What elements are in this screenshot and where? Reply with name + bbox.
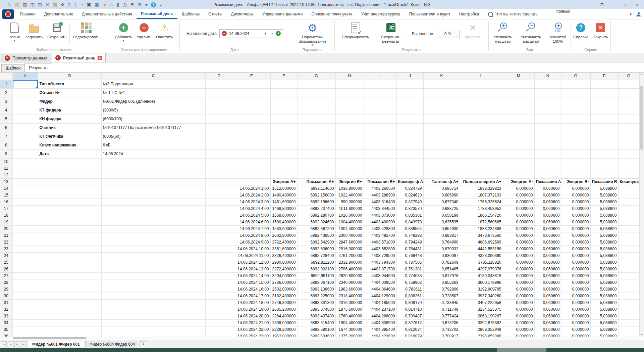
grid-cell[interactable] (364, 106, 396, 115)
grid-cell[interactable]: 14.06.2024 18:00 (233, 299, 270, 306)
grid-cell[interactable]: 0,060600 (534, 232, 561, 239)
grid-cell[interactable]: 6892,196600 (297, 199, 335, 205)
grid-cell[interactable] (205, 205, 233, 212)
grid-cell[interactable] (101, 313, 205, 319)
grid-cell[interactable]: 0,789487 (396, 313, 423, 319)
grid-cell[interactable] (561, 165, 590, 172)
grid-cell[interactable] (396, 97, 423, 106)
grid-cell[interactable]: 0,824729 (396, 185, 423, 192)
grid-cell[interactable] (233, 149, 270, 158)
grid-cell[interactable]: 14.06.2024 15:00 (233, 279, 270, 286)
grid-cell[interactable] (297, 141, 335, 149)
grid-cell[interactable]: 4403,652800 (364, 246, 396, 252)
row-header[interactable]: 11 (0, 165, 12, 172)
grid-cell[interactable]: 0,000000 (561, 279, 590, 286)
grid-cell[interactable] (12, 158, 38, 165)
grid-cell[interactable]: 0,060600 (534, 326, 561, 333)
grid-cell[interactable]: 1866,154720 (460, 212, 503, 219)
grid-cell[interactable]: 0,818879 (396, 333, 423, 337)
grid-cell[interactable] (618, 97, 639, 106)
grid-cell[interactable]: 0,827949 (396, 199, 423, 205)
grid-cell[interactable] (423, 123, 460, 132)
row-header[interactable]: 10 (0, 158, 12, 165)
vertical-scrollbar[interactable]: ▲ ▼ (639, 73, 644, 337)
load-button[interactable]: Загрузить (23, 20, 45, 40)
grid-cell[interactable] (12, 272, 38, 279)
grid-cell[interactable]: 0,823570 (396, 205, 423, 212)
grid-cell[interactable]: 0,794249 (396, 239, 423, 246)
grid-cell[interactable]: 0,635535 (423, 219, 460, 225)
ribbon-collapse-icon[interactable]: ▼ (629, 12, 632, 16)
grid-cell[interactable]: 0,060600 (534, 246, 561, 252)
save-as-icon[interactable]: ◫ (30, 2, 35, 7)
grid-cell[interactable]: 5,038800 (590, 225, 618, 232)
grid-cell[interactable] (618, 199, 639, 205)
grid-cell[interactable]: 0,718702 (423, 326, 460, 333)
grid-cell[interactable]: 2340,000000 (335, 279, 364, 286)
grid-cell[interactable] (205, 259, 233, 266)
grid-cell[interactable]: 4403,400900 (364, 219, 396, 225)
grid-cell[interactable] (364, 165, 396, 172)
grid-cell[interactable]: 14.06.2024 7:00 (233, 225, 270, 232)
close-button-ribbon[interactable]: ✕ Закрыть (591, 20, 610, 40)
grid-cell[interactable]: 6892,156000 (297, 192, 335, 199)
grid-cell[interactable]: 6 кВ (101, 141, 205, 149)
column-header-F[interactable]: F (270, 73, 297, 80)
grid-cell[interactable] (396, 106, 423, 115)
grid-cell[interactable] (396, 165, 423, 172)
document-tab[interactable]: Режимный деньx (52, 53, 106, 62)
grid-cell[interactable]: 0,000000 (503, 239, 534, 246)
grid-cell[interactable]: 4403,794300 (364, 259, 396, 266)
grid-cell[interactable]: 0,835301 (396, 212, 423, 219)
grid-cell[interactable] (233, 132, 270, 141)
flag-icon[interactable]: ⚑ (130, 2, 135, 7)
clear-button[interactable]: ⚠ Очистить (154, 20, 175, 40)
grid-cell[interactable]: Дата (38, 149, 101, 158)
grid-cell[interactable] (503, 149, 534, 158)
grid-cell[interactable] (534, 97, 561, 106)
grid-cell[interactable]: 4686,692599 (460, 239, 503, 246)
grid-cell[interactable]: №601 Фидер 601 (Длинное) (101, 97, 205, 106)
grid-cell[interactable]: 4404,385400 (364, 326, 396, 333)
add-sheet-button[interactable]: + (140, 341, 146, 347)
grid-cell[interactable]: 0,060600 (534, 212, 561, 219)
grid-cell[interactable]: 1022,400000 (335, 192, 364, 199)
grid-cell[interactable] (618, 141, 639, 149)
grid-cell[interactable] (12, 149, 38, 158)
grid-cell[interactable]: 0,685714 (423, 185, 460, 192)
grid-cell[interactable] (534, 115, 561, 123)
grid-cell[interactable]: 0,000000 (503, 319, 534, 326)
grid-cell[interactable] (12, 279, 38, 286)
grid-cell[interactable]: 0,000000 (503, 252, 534, 259)
grid-cell[interactable] (205, 97, 233, 106)
grid-cell[interactable] (101, 192, 205, 199)
sheet-tab[interactable]: Фидер №601 Фидер 601 (28, 341, 84, 347)
grid-cell[interactable] (12, 286, 38, 293)
grid-cell[interactable]: 1004,400000 (335, 219, 364, 225)
grid-cell[interactable]: 6892,728400 (297, 252, 335, 259)
grid-cell[interactable] (205, 286, 233, 293)
grid-cell[interactable] (618, 106, 639, 115)
column-header-M[interactable]: M (503, 73, 534, 80)
grid-cell[interactable] (205, 199, 233, 205)
grid-cell[interactable]: 4403,316400 (364, 199, 396, 205)
vertical-scrollbar-thumb[interactable] (640, 86, 643, 150)
grid-cell[interactable]: 4403,260500 (364, 185, 396, 192)
grid-cell[interactable]: (600)/(60) (101, 132, 205, 141)
grid-cell[interactable] (460, 80, 503, 88)
grid-cell[interactable]: 0,792806 (423, 286, 460, 293)
grid-cell[interactable]: 6892,902100 (297, 266, 335, 272)
sheet-tab[interactable]: Фидер №604 Фидер 604 (85, 341, 139, 347)
grid-cell[interactable]: 0,000000 (561, 232, 590, 239)
grid-cell[interactable] (205, 266, 233, 272)
grid-cell[interactable]: 2332,800000 (335, 259, 364, 266)
grid-cell[interactable] (205, 149, 233, 158)
last-sheet-button[interactable]: ▶| (21, 341, 27, 347)
row-header[interactable]: 35 (0, 326, 12, 333)
grid-cell[interactable]: 3351,600000 (270, 246, 297, 252)
grid-cell[interactable] (38, 319, 101, 326)
row-header[interactable]: 33 (0, 313, 12, 319)
grid-cell[interactable] (590, 106, 618, 115)
ribbon-tab-Отчеты[interactable]: Отчеты (204, 9, 226, 19)
grid-cell[interactable]: 14.06.2024 17:00 (233, 293, 270, 299)
